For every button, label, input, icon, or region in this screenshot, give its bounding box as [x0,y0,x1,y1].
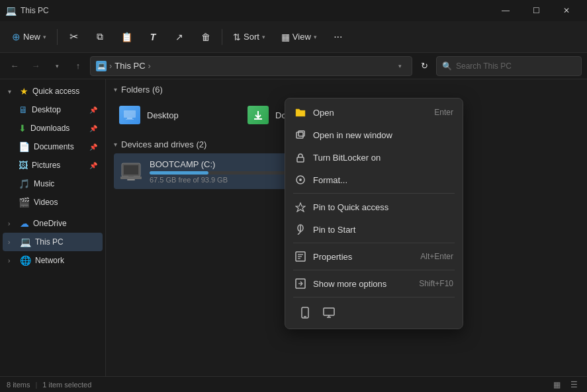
path-arrow: › [109,61,112,71]
up-button[interactable]: ↑ [69,57,87,75]
music-label: Music [34,179,54,188]
svg-rect-31 [324,308,334,315]
cm-open-shortcut: Enter [434,108,453,117]
close-button[interactable]: ✕ [551,0,582,21]
folders-section-header[interactable]: ▾ Folders (6) [114,85,579,95]
folder-downloads-icon [248,106,269,124]
sort-button[interactable]: ⇅ Sort ▾ [226,25,272,49]
paste-button[interactable]: 📋 [114,25,138,49]
minimize-button[interactable]: — [490,0,521,21]
copy-icon: ⧉ [97,31,103,42]
cm-item-pin-quick[interactable]: Pin to Quick access [288,196,460,218]
search-placeholder: Search This PC [456,61,512,71]
status-left: 8 items | 1 item selected [7,381,91,389]
share-button[interactable]: ↗ [167,25,191,49]
more-button[interactable]: ··· [326,25,350,49]
cm-item-open-new-window[interactable]: Open in new window [288,124,460,146]
cm-more-shortcut: Shift+F10 [419,279,453,288]
rename-icon: T [150,32,156,42]
cm-format-label: Format... [313,175,347,185]
cm-item-more-options[interactable]: Show more options Shift+F10 [288,272,460,295]
more-icon: ··· [334,31,342,43]
window-title: This PC [21,6,49,15]
svg-rect-10 [128,175,134,176]
desktop-pin: 📌 [89,106,97,114]
item-count: 8 items [7,381,30,389]
sidebar-item-onedrive[interactable]: › ☁ OneDrive [3,214,103,233]
view-icon: ▦ [281,32,290,42]
cm-item-pin-start[interactable]: Pin to Start [288,218,460,241]
rename-button[interactable]: T [141,25,165,49]
network-expand: › [8,257,16,264]
cut-icon: ✂ [69,30,78,43]
sidebar-item-thispc[interactable]: › 💻 This PC [3,233,103,251]
cm-bitlocker-icon [294,151,306,163]
cm-item-format[interactable]: Format... [288,169,460,191]
address-path[interactable]: 💻 › This PC › ▾ [90,56,412,76]
svg-marker-17 [296,203,305,212]
cm-open-new-label: Open in new window [313,130,392,140]
back-button[interactable]: ← [5,57,24,75]
svg-rect-12 [296,132,303,138]
svg-rect-8 [124,165,138,175]
svg-rect-11 [127,179,135,180]
folder-item-desktop[interactable]: Desktop [114,98,240,132]
search-box[interactable]: 🔍 Search This PC [436,56,582,76]
devices-title: Devices and drives (2) [121,139,206,149]
pc-icon: 💻 [96,61,107,71]
toolbar-separator-1 [57,29,58,45]
copy-button[interactable]: ⧉ [88,25,112,49]
view-grid-button[interactable]: ▦ [550,378,563,391]
sidebar-item-downloads[interactable]: ⬇ Downloads 📌 [3,119,103,137]
forward-button[interactable]: → [26,57,45,75]
view-list-button[interactable]: ☰ [567,378,580,391]
refresh-button[interactable]: ↻ [415,57,433,75]
svg-rect-0 [124,110,136,118]
svg-rect-14 [297,157,304,162]
cm-item-open[interactable]: Open Enter [288,101,460,124]
view-label: View [293,32,311,42]
videos-icon: 🎬 [19,197,30,208]
documents-pin: 📌 [89,143,97,151]
svg-rect-9 [120,176,142,179]
cm-item-properties[interactable]: Properties Alt+Enter [288,245,460,268]
recent-button[interactable]: ▾ [48,57,66,75]
sidebar-item-documents[interactable]: 📄 Documents 📌 [3,137,103,156]
sidebar-item-videos[interactable]: 🎬 Videos [3,193,103,212]
devices-chevron: ▾ [114,141,117,148]
pictures-label: Pictures [32,161,60,170]
cm-bottom-icon-phone[interactable] [294,302,316,323]
view-button[interactable]: ▦ View ▾ [275,25,324,49]
delete-icon: 🗑 [201,32,210,42]
new-button[interactable]: ⊕ New ▾ [5,25,53,49]
cm-more-icon [294,278,306,290]
sort-label: Sort [244,32,259,42]
sidebar-item-pictures[interactable]: 🖼 Pictures 📌 [3,156,103,175]
videos-label: Videos [34,198,58,207]
sort-dropdown-icon: ▾ [262,34,265,40]
cm-item-bitlocker[interactable]: Turn BitLocker on [288,146,460,169]
sidebar-item-quick-access[interactable]: ▾ ★ Quick access [3,82,103,100]
thispc-expand: › [8,239,16,246]
delete-button[interactable]: 🗑 [194,25,218,49]
maximize-button[interactable]: ☐ [521,0,551,21]
svg-point-16 [299,178,302,181]
quick-access-label: Quick access [32,87,79,96]
cm-properties-label: Properties [313,252,352,262]
downloads-icon: ⬇ [19,123,26,134]
cm-bottom-icon-monitor[interactable] [318,302,339,323]
address-bar: ← → ▾ ↑ 💻 › This PC › ▾ ↻ 🔍 Search This … [0,53,587,79]
onedrive-expand: › [8,220,16,227]
pictures-icon: 🖼 [19,160,28,171]
address-dropdown-button[interactable]: ▾ [393,56,406,76]
new-icon: ⊕ [12,31,21,43]
sidebar-item-music[interactable]: 🎵 Music [3,175,103,193]
cm-more-label: Show more options [313,279,386,289]
new-label: New [23,32,40,42]
cm-bitlocker-label: Turn BitLocker on [313,153,381,163]
music-icon: 🎵 [19,178,30,189]
cut-button[interactable]: ✂ [62,25,85,49]
cm-properties-icon [294,251,306,262]
sidebar-item-desktop[interactable]: 🖥 Desktop 📌 [3,100,103,119]
sidebar-item-network[interactable]: › 🌐 Network [3,251,103,270]
